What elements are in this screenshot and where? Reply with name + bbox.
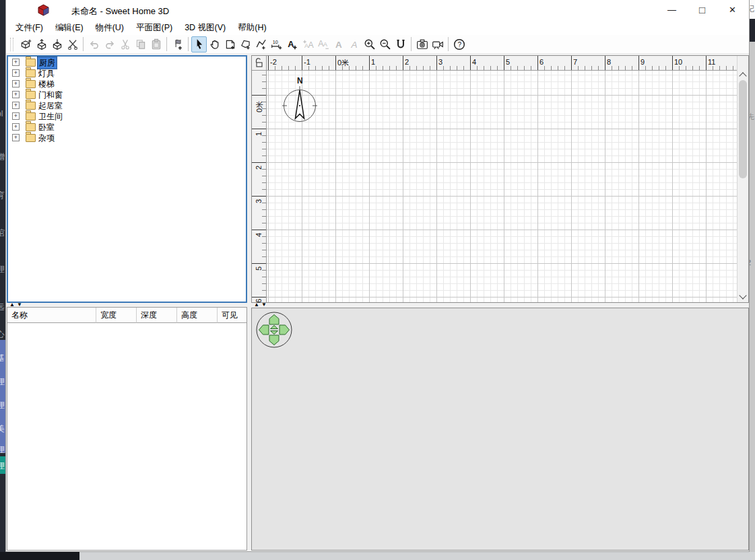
folder-icon (26, 102, 36, 110)
scrollbar-thumb[interactable] (739, 80, 747, 178)
catalog-category-living-room[interactable]: + 起居室 (8, 100, 246, 110)
menu-edit[interactable]: 编辑(E) (49, 21, 90, 35)
expand-plus-icon[interactable]: + (12, 91, 20, 98)
menu-file[interactable]: 文件(F) (9, 21, 49, 35)
nav-down-arrow (269, 335, 279, 345)
plan-canvas[interactable]: N (267, 71, 737, 302)
virtual-visit-icon (395, 38, 407, 50)
ruler-label: 3 (438, 58, 442, 66)
toolbar-separator (166, 37, 167, 51)
column-header-height[interactable]: 高度 (177, 308, 218, 323)
help-button[interactable]: ? (451, 36, 467, 53)
nav-right-arrow (280, 325, 290, 335)
expand-plus-icon[interactable]: + (12, 80, 20, 88)
menu-furniture[interactable]: 物件(U) (90, 21, 130, 35)
expand-plus-icon[interactable]: + (12, 123, 20, 131)
compass[interactable]: N (282, 76, 317, 122)
cut-icon (119, 38, 131, 50)
clipped-text: 2 (750, 258, 751, 267)
ruler-label: 8 (607, 58, 611, 66)
furniture-catalog-panel[interactable]: + 厨房 + 灯具 + 楼梯 + 门和窗 + 起居室 + 卫生间 (7, 55, 247, 303)
preferences-icon (67, 38, 79, 50)
toolbar-grip-handle[interactable] (10, 38, 13, 51)
select-tool-button[interactable] (191, 36, 207, 53)
column-header-name[interactable]: 名称 (7, 308, 96, 323)
nav-zoom-out-chevron (271, 331, 278, 335)
expand-plus-icon[interactable]: + (12, 112, 20, 120)
create-rooms-icon (240, 38, 252, 50)
plan-vertical-scrollbar[interactable] (737, 56, 748, 302)
create-rooms-button[interactable] (238, 36, 253, 53)
create-video-button[interactable] (430, 36, 445, 53)
open-home-button[interactable] (34, 36, 49, 53)
pan-tool-button[interactable] (207, 36, 222, 53)
create-polylines-button[interactable] (253, 36, 269, 53)
minimize-button[interactable]: — (657, 0, 687, 20)
background-window-right-strip: 记 先 2 (750, 0, 755, 560)
column-header-depth[interactable]: 深度 (137, 308, 177, 323)
virtual-visit-button[interactable] (393, 36, 408, 53)
expand-plus-icon[interactable]: + (12, 134, 20, 141)
scroll-up-arrow-icon[interactable] (739, 72, 746, 79)
catalog-category-doors-windows[interactable]: + 门和窗 (8, 89, 246, 100)
create-dimensions-icon: 10 (271, 38, 283, 50)
add-furniture-button[interactable] (170, 36, 185, 53)
maximize-button[interactable]: □ (687, 0, 717, 20)
italic-icon: A (348, 38, 360, 50)
folder-icon (26, 112, 36, 120)
ruler-label: 5 (506, 58, 510, 66)
catalog-category-kitchen[interactable]: + 厨房 (8, 57, 246, 67)
scroll-down-arrow-icon[interactable] (739, 291, 746, 299)
plan-3d-splitter-collapse-arrows[interactable]: ▲▼ (254, 302, 269, 308)
copy-button (133, 36, 148, 53)
menu-3d-view[interactable]: 3D 视图(V) (178, 21, 232, 35)
column-header-visible[interactable]: 可见 (218, 308, 247, 323)
catalog-category-staircase[interactable]: + 楼梯 (8, 78, 246, 89)
svg-text:A: A (288, 38, 294, 48)
new-home-button[interactable] (18, 36, 34, 53)
catalog-category-miscellaneous[interactable]: + 杂项 (8, 132, 246, 143)
catalog-category-bedroom[interactable]: + 卧室 (8, 121, 246, 132)
folder-icon (26, 59, 36, 67)
catalog-category-bathroom[interactable]: + 卫生间 (8, 110, 246, 121)
taskbar-strip (0, 552, 755, 560)
clipped-text: 育 (0, 190, 5, 201)
background-window-left-strip: ol 增 育 倌 理 远 心 基 理 理 美 理 理 (0, 0, 5, 560)
zoom-out-button[interactable] (377, 36, 393, 53)
furniture-list-panel[interactable]: 名称 宽度 深度 高度 可见 (7, 307, 247, 551)
sweet-home-3d-window: 未命名 - Sweet Home 3D — □ ✕ 文件(F) 编辑(E) 物件… (5, 0, 750, 552)
expand-plus-icon[interactable]: + (12, 69, 20, 77)
help-icon: ? (453, 38, 465, 50)
expand-plus-icon[interactable]: + (12, 102, 20, 109)
folder-icon (26, 80, 36, 88)
clipped-text: 理 (0, 376, 5, 388)
ruler-label: 9 (641, 58, 645, 66)
3d-navigation-control[interactable] (255, 310, 294, 349)
ruler-label: 2 (405, 58, 409, 66)
menu-plan[interactable]: 平面图(P) (130, 21, 178, 35)
ruler-label: 0米 (255, 101, 265, 112)
ruler-label: 4 (255, 233, 263, 237)
zoom-in-button[interactable] (362, 36, 377, 53)
clipped-text: 增 (0, 151, 5, 163)
close-button[interactable]: ✕ (717, 0, 748, 20)
catalog-category-lights[interactable]: + 灯具 (8, 67, 246, 78)
zoom-out-icon (379, 38, 391, 50)
create-dimensions-button[interactable]: 10 (269, 36, 284, 53)
create-photo-button[interactable] (414, 36, 430, 53)
plan-view-panel[interactable]: -2 -1 0米 1 2 3 4 5 6 7 8 9 10 11 0米 1 2 … (251, 55, 749, 303)
title-bar[interactable]: 未命名 - Sweet Home 3D — □ ✕ (6, 0, 749, 20)
bold-button: A (331, 36, 346, 53)
category-label: 杂项 (37, 133, 56, 144)
clipped-text: 理 (0, 444, 5, 456)
svg-text:A: A (350, 40, 357, 50)
menu-help[interactable]: 帮助(H) (232, 21, 272, 35)
add-text-button[interactable]: A (284, 36, 300, 53)
save-home-button[interactable] (49, 36, 65, 53)
expand-plus-icon[interactable]: + (12, 59, 20, 66)
3d-view-panel[interactable] (251, 308, 749, 551)
column-header-width[interactable]: 宽度 (96, 308, 137, 323)
create-walls-button[interactable] (222, 36, 238, 53)
camera-icon (416, 38, 428, 50)
preferences-button[interactable] (65, 36, 80, 53)
